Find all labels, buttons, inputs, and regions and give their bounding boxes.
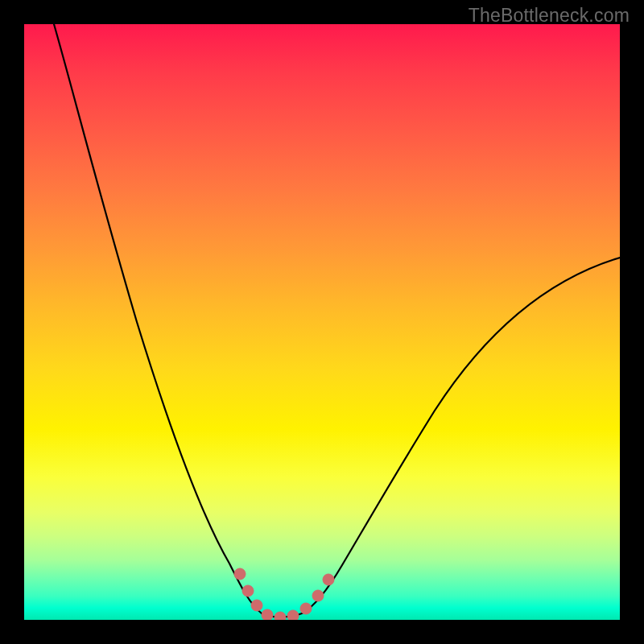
marker-dot [312, 590, 324, 601]
marker-dot [242, 585, 254, 597]
plot-area [24, 24, 620, 620]
watermark-text: TheBottleneck.com [469, 5, 630, 27]
marker-dot [287, 610, 299, 620]
bottleneck-curve [24, 24, 620, 620]
marker-dot [323, 574, 334, 585]
marker-dot [275, 612, 286, 620]
marker-dot [300, 603, 312, 614]
marker-dot [234, 568, 246, 580]
marker-group [234, 568, 334, 620]
chart-frame: TheBottleneck.com [0, 0, 644, 644]
marker-dot [262, 609, 273, 620]
marker-dot [251, 600, 262, 611]
curve-path [54, 24, 620, 617]
